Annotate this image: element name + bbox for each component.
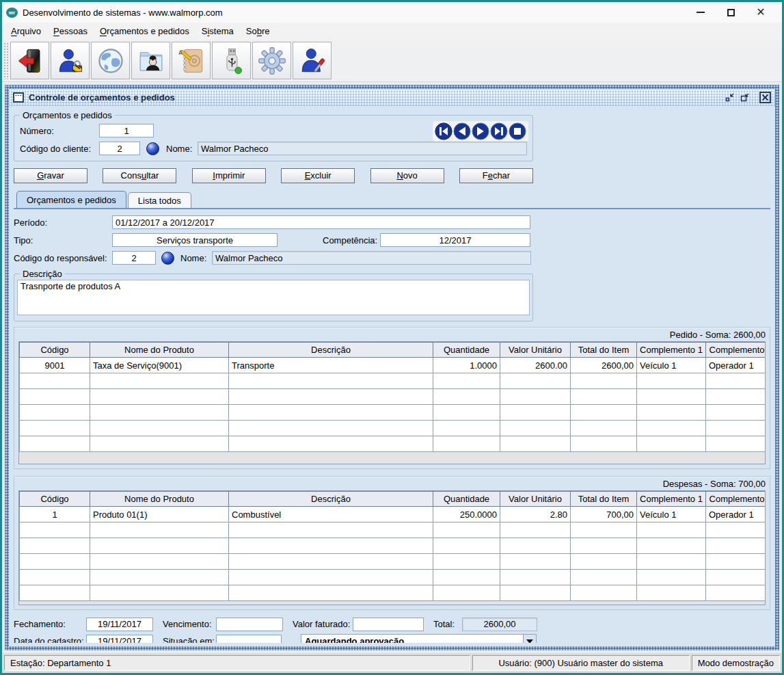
cell xyxy=(637,538,706,554)
exit-button[interactable] xyxy=(10,42,49,79)
descricao-textarea[interactable]: Trasnporte de produtos A xyxy=(17,280,530,315)
tipo-field[interactable] xyxy=(112,233,278,247)
main-window: wr Desenvolvimento de sistemas - www.wal… xyxy=(0,0,784,675)
cell xyxy=(90,405,229,421)
cell xyxy=(433,570,500,585)
column-header[interactable]: Complemento 1 xyxy=(637,492,706,507)
empty-row[interactable] xyxy=(20,522,766,538)
cell xyxy=(500,522,571,538)
toolbar-grip[interactable] xyxy=(3,42,9,79)
web-button[interactable] xyxy=(91,42,130,79)
frame-close-button[interactable] xyxy=(759,92,771,104)
column-header[interactable]: Valor Unitário xyxy=(500,492,571,507)
action-button[interactable]: Gravar xyxy=(14,168,87,183)
column-header[interactable]: Nome do Produto xyxy=(90,492,229,507)
empty-row[interactable] xyxy=(20,538,766,554)
cell: 2600,00 xyxy=(571,358,637,373)
menu-item[interactable]: Orçamentos e pedidos xyxy=(94,24,195,38)
column-header[interactable]: Código xyxy=(20,492,90,507)
menu-item[interactable]: Sobre xyxy=(240,24,276,38)
data-cadastro-field[interactable] xyxy=(86,635,153,644)
tab[interactable]: Orçamentos e pedidos xyxy=(16,191,126,208)
action-button[interactable]: Imprimir xyxy=(192,168,266,183)
cell: Veículo 1 xyxy=(637,358,706,373)
orders-button[interactable] xyxy=(172,42,211,79)
competencia-field[interactable] xyxy=(380,233,530,247)
vencimento-field[interactable] xyxy=(216,618,283,631)
column-header[interactable]: Descrição xyxy=(229,343,433,358)
cell xyxy=(433,373,500,389)
column-header[interactable]: Complemento 1 xyxy=(637,343,706,358)
empty-row[interactable] xyxy=(20,421,766,436)
cell xyxy=(229,554,433,570)
user-security-button[interactable] xyxy=(51,42,90,79)
periodo-field[interactable] xyxy=(112,215,530,229)
empty-row[interactable] xyxy=(20,389,766,405)
settings-button[interactable] xyxy=(252,42,291,79)
cell xyxy=(229,405,433,421)
column-header[interactable]: Quantidade xyxy=(433,343,500,358)
tab[interactable]: Lista todos xyxy=(128,192,191,208)
column-header[interactable]: Complemento 2 xyxy=(706,343,766,358)
empty-row[interactable] xyxy=(20,570,766,585)
situacao-field[interactable] xyxy=(216,635,282,644)
numero-field[interactable] xyxy=(99,124,154,137)
cell xyxy=(20,373,90,389)
cell xyxy=(571,421,637,436)
empty-row[interactable] xyxy=(20,585,766,601)
minimize-button[interactable] xyxy=(696,8,705,17)
stop-button[interactable] xyxy=(509,122,526,140)
table-row[interactable]: 1Produto 01(1)Combustível250.00002.80700… xyxy=(20,507,766,522)
last-record-button[interactable] xyxy=(490,122,508,140)
column-header[interactable]: Total do Item xyxy=(571,343,637,358)
first-record-button[interactable] xyxy=(435,122,452,140)
empty-row[interactable] xyxy=(20,554,766,570)
next-record-button[interactable] xyxy=(472,122,489,140)
cell: Combustível xyxy=(229,507,433,522)
cell: 9001 xyxy=(20,358,90,373)
table-row[interactable]: 9001Taxa de Serviço(9001)Transporte1.000… xyxy=(20,358,766,373)
frame-minimize-icon xyxy=(725,92,735,103)
menu-item[interactable]: Arquivo xyxy=(5,24,47,38)
total-label: Total: xyxy=(433,619,462,629)
menu-item[interactable]: Pessoas xyxy=(47,24,94,38)
action-button[interactable]: Fechar xyxy=(459,168,533,183)
column-header[interactable]: Nome do Produto xyxy=(90,343,229,358)
column-header[interactable]: Código xyxy=(20,343,90,358)
column-header[interactable]: Descrição xyxy=(229,492,433,507)
menu-item[interactable]: Sistema xyxy=(195,24,240,38)
empty-row[interactable] xyxy=(20,373,766,389)
responsavel-lookup-button[interactable] xyxy=(161,252,174,265)
close-button[interactable]: ✕ xyxy=(756,8,766,17)
action-button[interactable]: Excluir xyxy=(281,168,355,183)
combobox-arrow-button[interactable] xyxy=(523,635,536,643)
column-header[interactable]: Complemento 2 xyxy=(706,492,766,507)
empty-row[interactable] xyxy=(20,405,766,421)
frame-content: Orçamentos e pedidos Número: Código do c… xyxy=(9,106,775,646)
cliente-lookup-button[interactable] xyxy=(146,142,159,155)
situacao-combobox[interactable]: Aguardando aprovação xyxy=(301,634,537,643)
backup-button[interactable] xyxy=(212,42,251,79)
cell xyxy=(90,570,229,585)
previous-record-button[interactable] xyxy=(453,122,471,140)
action-button[interactable]: Consultar xyxy=(103,168,176,183)
responsavel-codigo-field[interactable] xyxy=(112,251,156,265)
cell xyxy=(571,554,637,570)
maximize-button[interactable] xyxy=(726,8,735,17)
cell xyxy=(433,585,500,601)
cell: 700,00 xyxy=(571,507,637,522)
empty-row[interactable] xyxy=(20,436,766,452)
cell xyxy=(571,538,637,554)
action-button[interactable]: Novo xyxy=(370,168,444,183)
valor-faturado-field[interactable] xyxy=(353,618,424,631)
column-header[interactable]: Quantidade xyxy=(433,492,500,507)
column-header[interactable]: Total do Item xyxy=(571,492,637,507)
frame-maximize-button[interactable] xyxy=(738,92,751,104)
frame-minimize-button[interactable] xyxy=(723,92,735,104)
column-header[interactable]: Valor Unitário xyxy=(500,343,571,358)
fechamento-field[interactable] xyxy=(86,618,153,631)
user-admin-button[interactable] xyxy=(293,42,332,79)
cliente-codigo-field[interactable] xyxy=(99,142,140,155)
clients-button[interactable] xyxy=(131,42,170,79)
frame-maximize-icon xyxy=(740,92,750,103)
